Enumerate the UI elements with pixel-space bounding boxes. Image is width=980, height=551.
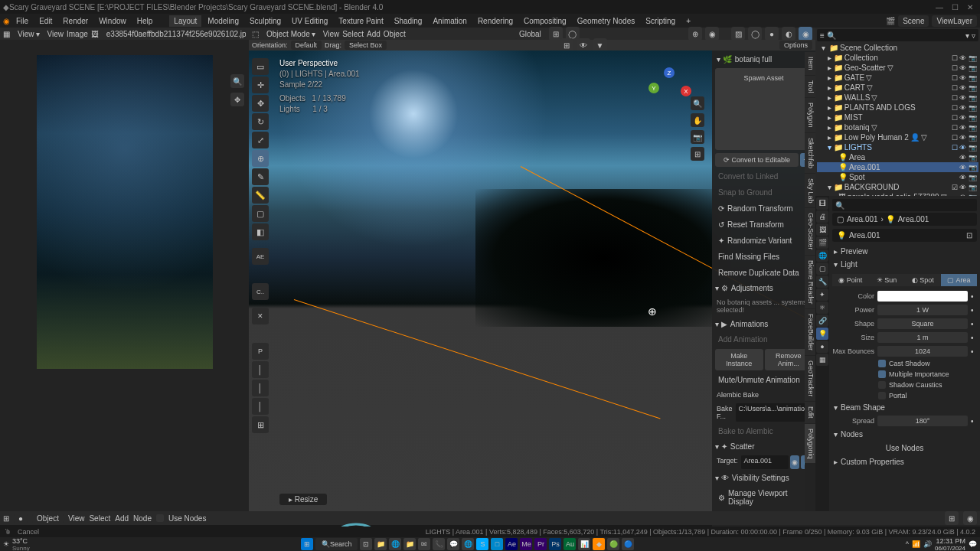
orientation-value[interactable]: Default — [291, 41, 322, 50]
maximize-button[interactable]: ☐ — [948, 2, 962, 12]
snap-ground-button[interactable]: Snap to Ground — [715, 186, 812, 199]
search-button[interactable]: 🔍 Search — [315, 538, 358, 550]
mode-selector[interactable]: Object Mode ▾ — [262, 29, 320, 39]
sidetab-extra1[interactable]: │ — [252, 361, 269, 378]
nav-gizmo[interactable]: Z Y X — [647, 66, 693, 112]
workspace-modeling[interactable]: Modeling — [203, 15, 243, 27]
tool-move[interactable]: ✥ — [252, 95, 269, 112]
image-menu-image[interactable]: Image — [67, 30, 88, 38]
notifications-icon[interactable]: 💬 — [969, 540, 977, 548]
vp-menu-view[interactable]: View — [323, 30, 340, 38]
proptab-constraints[interactable]: 🔗 — [816, 315, 828, 327]
sidetab-p[interactable]: P — [252, 343, 269, 360]
botaniq-header[interactable]: ▾ 🌿 botaniq full≡ — [715, 54, 812, 65]
gizmo-x-axis[interactable]: X — [681, 86, 691, 96]
gizmo-y-axis[interactable]: Y — [648, 83, 659, 93]
beam-shape-section[interactable]: ▾ Beam Shape — [832, 401, 977, 414]
convert-editable-button[interactable]: ⟳ Convert to Editable — [715, 153, 799, 167]
vp-menu-object[interactable]: Object — [384, 30, 406, 38]
add-animation-button[interactable]: Add Animation — [715, 333, 812, 346]
shading-solid-icon[interactable]: ● — [765, 27, 779, 41]
target-pick-button[interactable]: ◉ — [790, 455, 799, 469]
gizmo-toggle-icon[interactable]: ⊕ — [688, 27, 702, 41]
taskbar-app5[interactable]: 📞 — [433, 538, 445, 550]
custom-props-section[interactable]: ▸ Custom Properties — [832, 455, 977, 468]
taskbar-app2[interactable]: 🌐 — [389, 538, 401, 550]
outliner-area001[interactable]: 💡 Area.001👁 📷 — [817, 162, 978, 172]
shadow-caustics-check[interactable] — [878, 381, 886, 389]
use-nodes-toggle[interactable] — [156, 514, 164, 522]
viewlayer-selector[interactable]: ViewLayer — [932, 15, 977, 27]
taskview-button[interactable]: ⊡ — [360, 538, 372, 550]
workspace-sculpting[interactable]: Sculpting — [245, 15, 286, 27]
remove-dup-button[interactable]: Remove Duplicate Data — [715, 266, 812, 279]
operator-hint[interactable]: ▸ Resize — [279, 494, 327, 505]
outliner-background[interactable]: ▾ 📁 BACKGROUND☑ 👁 📷 — [817, 182, 978, 192]
outliner-botaniq[interactable]: ▸ 📁 botaniq ▽☐ 👁 📷 — [817, 122, 978, 132]
image-filename[interactable]: e33854f0aeffbdb211374f256e9026102.jpg — [102, 29, 246, 39]
taskbar-ps[interactable]: Ps — [549, 538, 561, 550]
light-type-point[interactable]: ◉ Point — [832, 274, 868, 286]
shape-select[interactable]: Square — [877, 318, 968, 329]
spawn-asset-button[interactable]: Spawn Asset — [715, 68, 812, 150]
image-viewport[interactable]: 🔍 ✥ — [0, 40, 249, 511]
proptab-viewlayer[interactable]: 🖼 — [816, 223, 828, 236]
outliner-plants[interactable]: ▸ 📁 PLANTS AND LOGS☐ 👁 📷 — [817, 103, 978, 112]
nodes-menu-node[interactable]: Node — [133, 514, 152, 523]
nodes-menu-add[interactable]: Add — [115, 514, 129, 523]
tab-skylab[interactable]: Sky Lab — [805, 174, 815, 208]
nodes-type[interactable]: ● — [14, 514, 28, 523]
taskbar-app9[interactable]: 📊 — [578, 538, 590, 550]
taskbar-app4[interactable]: ✉ — [418, 538, 430, 550]
tab-geoscatter[interactable]: Geo-Scatter — [805, 208, 815, 255]
find-missing-button[interactable]: Find Missing Files — [715, 250, 812, 263]
weather-widget[interactable]: ☀ 33°C Sunny — [3, 537, 30, 552]
workspace-geonodes[interactable]: Geometry Nodes — [573, 15, 640, 27]
outliner-lights[interactable]: ▾ 📁 LIGHTS☐ 👁 📷 — [817, 142, 978, 152]
taskbar-pr[interactable]: Pr — [534, 538, 547, 550]
outliner-geoscatter[interactable]: ▸ 📁 Geo-Scatter ▽☐ 👁 📷 — [817, 63, 978, 73]
sidetab-extra3[interactable]: │ — [252, 398, 269, 415]
tab-polygon[interactable]: Polygon — [805, 98, 815, 132]
tab-polygoniq[interactable]: Polygoniq — [805, 424, 815, 464]
proptab-data[interactable]: 💡 — [816, 328, 828, 340]
workspace-uv[interactable]: UV Editing — [287, 15, 332, 27]
menu-file[interactable]: File — [11, 15, 33, 27]
menu-window[interactable]: Window — [94, 15, 131, 27]
taskbar-chrome[interactable]: 🌐 — [462, 538, 474, 550]
sidetab-extra2[interactable]: │ — [252, 380, 269, 396]
menu-edit[interactable]: Edit — [34, 15, 57, 27]
clock[interactable]: 12:31 PM 06/07/2024 — [935, 537, 965, 552]
outliner-cart[interactable]: ▸ 📁 CART ▽☐ 👁 📷 — [817, 83, 978, 93]
tool-extra[interactable]: ◧ — [252, 223, 269, 240]
animations-section[interactable]: ▾ ▶ Animations — [715, 318, 812, 330]
target-input[interactable]: Area.001 — [741, 455, 789, 469]
randomize-variant-button[interactable]: ✦ Randomize Variant — [715, 234, 812, 247]
prop-datablock[interactable]: 💡 Area.001 ⊡ — [832, 229, 977, 242]
taskbar-au[interactable]: Au — [564, 538, 576, 550]
pan-nav-icon[interactable]: ✋ — [691, 113, 704, 127]
sidetab-c[interactable]: C.. — [252, 283, 269, 300]
proptab-texture[interactable]: ▦ — [816, 354, 828, 366]
nodes-menu-view[interactable]: View — [68, 514, 85, 523]
image-view-mode[interactable]: View ▾ — [13, 29, 44, 39]
proptab-particles[interactable]: ✦ — [816, 289, 828, 301]
workspace-rendering[interactable]: Rendering — [473, 15, 518, 27]
bake-path-input[interactable]: C:\Users\a...\animations — [736, 403, 815, 422]
manage-viewport-button[interactable]: ⚙ Manage Viewport Display — [715, 487, 812, 508]
tray-volume-icon[interactable]: 🔊 — [923, 540, 932, 548]
nodes-overlay-icon[interactable]: ◉ — [963, 511, 977, 525]
taskbar-app1[interactable]: 📁 — [374, 538, 387, 550]
workspace-shading[interactable]: Shading — [390, 15, 427, 27]
light-type-area[interactable]: ▢ Area — [941, 274, 977, 286]
sidetab-x[interactable]: ✕ — [252, 308, 269, 324]
tab-tool[interactable]: Tool — [805, 76, 815, 98]
reset-transform-button[interactable]: ↺ Reset Transform — [715, 218, 812, 231]
tool-cursor[interactable]: ✛ — [252, 77, 269, 93]
shading-wire-icon[interactable]: ◯ — [748, 27, 762, 41]
camera-nav-icon[interactable]: 📷 — [691, 130, 704, 144]
start-button[interactable]: ⊞ — [301, 538, 313, 550]
random-transform-button[interactable]: ⟳ Random Transform — [715, 202, 812, 215]
menu-render[interactable]: Render — [58, 15, 93, 27]
cast-shadow-check[interactable] — [878, 360, 886, 367]
